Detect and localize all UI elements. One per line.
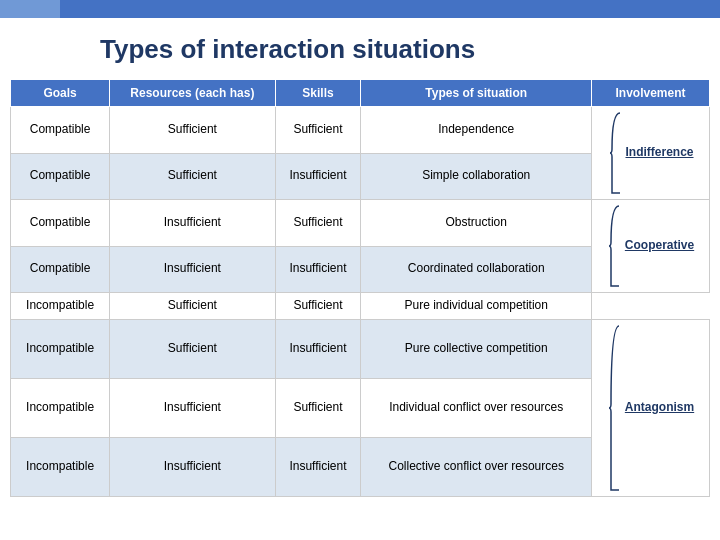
cell-resources: Sufficient: [110, 293, 275, 320]
table-row: IncompatibleSufficientInsufficientPure c…: [11, 319, 710, 378]
cell-types: Simple collaboration: [361, 153, 592, 200]
top-bar-accent: [0, 0, 60, 18]
cell-types: Independence: [361, 107, 592, 154]
cell-types: Collective conflict over resources: [361, 437, 592, 496]
cell-resources: Sufficient: [110, 319, 275, 378]
cell-goals: Compatible: [11, 107, 110, 154]
cell-skills: Insufficient: [275, 437, 361, 496]
col-header-involvement: Involvement: [592, 80, 710, 107]
cell-types: Pure collective competition: [361, 319, 592, 378]
cell-goals: Incompatible: [11, 293, 110, 320]
cell-types: Obstruction: [361, 200, 592, 247]
cell-skills: Insufficient: [275, 246, 361, 293]
col-header-skills: Skills: [275, 80, 361, 107]
cell-involvement: Cooperative: [592, 200, 710, 293]
cell-skills: Insufficient: [275, 319, 361, 378]
brace-icon: [607, 324, 621, 492]
interaction-table: Goals Resources (each has) Skills Types …: [10, 79, 710, 497]
cell-skills: Sufficient: [275, 293, 361, 320]
brace-icon: [608, 111, 622, 195]
cell-skills: Insufficient: [275, 153, 361, 200]
cell-goals: Incompatible: [11, 437, 110, 496]
brace-icon: [607, 204, 621, 288]
cell-resources: Insufficient: [110, 437, 275, 496]
cell-goals: Incompatible: [11, 378, 110, 437]
cell-resources: Insufficient: [110, 378, 275, 437]
table-row: IncompatibleSufficientSufficientPure ind…: [11, 293, 710, 320]
cell-skills: Sufficient: [275, 378, 361, 437]
col-header-types: Types of situation: [361, 80, 592, 107]
involvement-label: Cooperative: [625, 238, 694, 254]
table-row: CompatibleInsufficientSufficientObstruct…: [11, 200, 710, 247]
cell-skills: Sufficient: [275, 107, 361, 154]
cell-goals: Compatible: [11, 200, 110, 247]
cell-involvement: Indifference: [592, 107, 710, 200]
cell-resources: Insufficient: [110, 200, 275, 247]
top-bar: [0, 0, 720, 18]
page: Types of interaction situations Goals Re…: [0, 0, 720, 540]
cell-types: Coordinated collaboration: [361, 246, 592, 293]
cell-resources: Insufficient: [110, 246, 275, 293]
involvement-label: Indifference: [626, 145, 694, 161]
col-header-resources: Resources (each has): [110, 80, 275, 107]
cell-goals: Compatible: [11, 153, 110, 200]
title-area: Types of interaction situations: [0, 18, 720, 75]
cell-goals: Incompatible: [11, 319, 110, 378]
cell-resources: Sufficient: [110, 153, 275, 200]
cell-skills: Sufficient: [275, 200, 361, 247]
cell-types: Pure individual competition: [361, 293, 592, 320]
cell-types: Individual conflict over resources: [361, 378, 592, 437]
table-header-row: Goals Resources (each has) Skills Types …: [11, 80, 710, 107]
page-title: Types of interaction situations: [100, 34, 690, 65]
table-container: Goals Resources (each has) Skills Types …: [0, 79, 720, 497]
col-header-goals: Goals: [11, 80, 110, 107]
cell-goals: Compatible: [11, 246, 110, 293]
involvement-label: Antagonism: [625, 400, 694, 416]
table-row: CompatibleSufficientSufficientIndependen…: [11, 107, 710, 154]
cell-involvement: Antagonism: [592, 319, 710, 496]
cell-resources: Sufficient: [110, 107, 275, 154]
